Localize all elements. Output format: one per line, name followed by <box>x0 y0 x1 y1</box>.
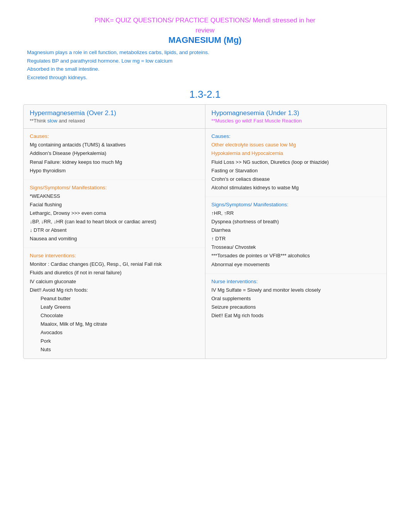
magnesium-title: MAGNESIUM (Mg) <box>23 35 387 45</box>
hyper-col-title: Hypermagnesemia (Over 2.1) <box>30 109 199 117</box>
hypo-col: Causes: Other electrolyte issues cause l… <box>205 129 387 359</box>
hypo-signs-block: Signs/Symptoms/ Manifestations: ↑HR, ↑RR… <box>205 197 387 274</box>
hypo-col-title: Hypomagnesemia (Under 1.3) <box>212 109 381 117</box>
hyper-signs-block: Signs/Symptoms/ Manifestations: *WEAKNES… <box>24 180 205 248</box>
pink-title: PINK= QUIZ QUESTIONS/ PRACTICE QUESTIONS… <box>23 15 387 35</box>
normal-range: 1.3-2.1 <box>23 88 387 100</box>
hyper-causes-content: Mg containing antacids (TUMS) & laxative… <box>30 141 199 175</box>
hyper-col-subtitle: **Think slow and relaxed <box>30 118 199 124</box>
table-header-row: Hypermagnesemia (Over 2.1) **Think slow … <box>24 105 386 129</box>
hypo-signs-content: ↑HR, ↑RRDyspnea (shortness of breath)Dia… <box>212 209 381 269</box>
hypo-header-cell: Hypomagnesemia (Under 1.3) **Muscles go … <box>205 105 387 128</box>
hypo-causes-block: Causes: Other electrolyte issues cause l… <box>205 129 387 197</box>
main-table: Hypermagnesemia (Over 2.1) **Think slow … <box>23 104 387 359</box>
hyper-signs-title: Signs/Symptoms/ Manifestations: <box>30 185 199 190</box>
hypo-nurse-title: Nurse interventions: <box>212 279 381 284</box>
hyper-col: Causes: Mg containing antacids (TUMS) & … <box>24 129 205 359</box>
hyper-causes-title: Causes: <box>30 133 199 139</box>
hyper-header-cell: Hypermagnesemia (Over 2.1) **Think slow … <box>24 105 205 128</box>
top-header: PINK= QUIZ QUESTIONS/ PRACTICE QUESTIONS… <box>23 15 387 45</box>
intro-text: Magnesium plays a role in cell function,… <box>27 48 387 82</box>
hyper-nurse-content: Monitor : Cardiac changes (ECG), Resp., … <box>30 260 199 354</box>
hyper-nurse-title: Nurse interventions: <box>30 253 199 258</box>
hypo-col-subtitle: **Muscles go wild! Fast Muscle Reaction <box>212 118 381 124</box>
hypo-signs-title: Signs/Symptoms/ Manifestations: <box>212 202 381 207</box>
hyper-signs-content: *WEAKNESSFacial flushingLethargic, Drows… <box>30 192 199 243</box>
hypo-causes-title: Causes: <box>212 133 381 139</box>
table-body: Causes: Mg containing antacids (TUMS) & … <box>24 129 386 359</box>
hyper-causes-block: Causes: Mg containing antacids (TUMS) & … <box>24 129 205 180</box>
hypo-nurse-content: IV Mg Sulfate = Slowly and monitor level… <box>212 286 381 320</box>
hyper-nurse-block: Nurse interventions: Monitor : Cardiac c… <box>24 248 205 359</box>
hypo-nurse-block: Nurse interventions: IV Mg Sulfate = Slo… <box>205 274 387 325</box>
hypo-causes-content: Other electrolyte issues cause low MgHyp… <box>212 141 381 192</box>
